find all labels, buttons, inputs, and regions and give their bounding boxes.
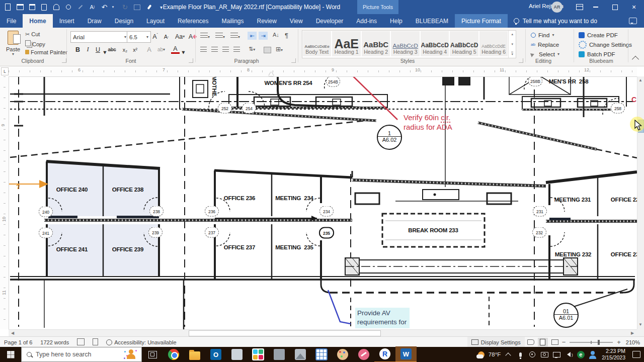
scroll-right-icon[interactable]: ▶ xyxy=(630,331,635,335)
taskbar-notes-app[interactable] xyxy=(226,347,248,362)
font-family-select[interactable]: Arial ▾ xyxy=(70,31,129,43)
taskbar-bluebeam[interactable]: R xyxy=(374,346,395,362)
numbering-button[interactable]: ▾ xyxy=(215,33,225,39)
bold-button[interactable]: B xyxy=(73,45,82,54)
styles-scroll-down-icon[interactable]: ▾ xyxy=(511,42,513,46)
cut-button[interactable]: ✂ Cut xyxy=(25,31,40,38)
avatar[interactable]: AR xyxy=(551,2,562,13)
justify-button[interactable] xyxy=(233,47,240,53)
font-color-button[interactable]: A xyxy=(171,45,180,54)
tray-settings[interactable] xyxy=(528,349,537,360)
close-button[interactable]: × xyxy=(624,0,644,14)
tab-mailings[interactable]: Mailings xyxy=(215,14,250,28)
style-heading-3[interactable]: AaBbCcD Heading 3 xyxy=(391,31,419,56)
tell-me-box[interactable]: Tell me what you want to do xyxy=(508,14,603,28)
search-highlights-icon[interactable] xyxy=(124,349,137,359)
weather-button[interactable]: 78°F xyxy=(478,349,501,360)
clipboard-dialog-launcher[interactable] xyxy=(62,58,66,63)
restore-button[interactable] xyxy=(605,0,625,14)
tab-references[interactable]: References xyxy=(171,14,215,28)
sort-button[interactable]: A↓ xyxy=(273,32,279,38)
tab-draw[interactable]: Draw xyxy=(81,14,108,28)
web-layout-button[interactable] xyxy=(550,338,560,346)
tray-display[interactable] xyxy=(552,349,561,360)
styles-scroll-up-icon[interactable]: ▴ xyxy=(511,32,513,36)
tab-selector[interactable]: L xyxy=(1,67,9,75)
style-heading-4[interactable]: AaBbCcD Heading 4 xyxy=(421,31,449,56)
select-button[interactable]: Select ▾ xyxy=(531,50,559,58)
style-heading-6[interactable]: AaBbCcDdE Heading 6 xyxy=(479,31,508,56)
tab-picture-format[interactable]: Picture Format xyxy=(455,14,508,28)
feedback-button[interactable] xyxy=(629,14,644,28)
styles-more-icon[interactable]: ▾ xyxy=(511,52,513,56)
grow-font-button[interactable]: Aˆ xyxy=(151,32,159,41)
text-effects-button[interactable]: A xyxy=(145,45,153,54)
zoom-out-icon[interactable]: − xyxy=(561,338,567,346)
style-heading-1[interactable]: AaE Heading 1 xyxy=(332,31,360,56)
horizontal-scroll-thumb[interactable] xyxy=(189,330,381,336)
font-color-caret-icon[interactable]: ▾ xyxy=(179,48,188,57)
action-center-button[interactable] xyxy=(632,349,641,360)
zoom-in-icon[interactable]: + xyxy=(616,338,622,346)
tray-volume[interactable]: ) xyxy=(564,349,573,360)
highlight-button[interactable]: ab▾ xyxy=(157,45,166,54)
collapse-ribbon-icon[interactable] xyxy=(632,56,639,63)
font-dialog-launcher[interactable] xyxy=(189,58,193,63)
tab-addins[interactable]: Add-ins xyxy=(350,14,383,28)
style-heading-2[interactable]: AaBbC Heading 2 xyxy=(362,31,390,56)
replace-button[interactable]: ab Replace xyxy=(531,40,559,49)
tab-view[interactable]: View xyxy=(283,14,309,28)
start-button[interactable] xyxy=(0,347,21,362)
line-spacing-button[interactable]: ⇅▾ xyxy=(249,46,255,52)
minimize-button[interactable] xyxy=(586,0,606,14)
taskbar-paint[interactable] xyxy=(332,347,353,362)
multilevel-list-button[interactable]: ▾ xyxy=(230,33,240,39)
tab-insert[interactable]: Insert xyxy=(53,14,81,28)
change-case-button[interactable]: Aa▾ xyxy=(175,32,185,41)
batch-pdf-button[interactable]: Batch PDF xyxy=(579,50,615,58)
align-center-button[interactable] xyxy=(211,47,218,53)
tab-design[interactable]: Design xyxy=(108,14,140,28)
styles-dialog-launcher[interactable] xyxy=(519,58,523,63)
tray-edge[interactable]: e xyxy=(576,349,585,360)
zoom-slider[interactable] xyxy=(570,342,613,343)
tab-developer[interactable]: Developer xyxy=(309,14,350,28)
taskbar-word-active[interactable]: W xyxy=(395,346,417,362)
vertical-scrollbar[interactable] xyxy=(637,76,644,329)
taskbar-file-explorer[interactable] xyxy=(184,347,205,362)
shading-button[interactable] xyxy=(264,47,271,53)
taskbar-photos[interactable] xyxy=(290,347,311,362)
font-size-select[interactable]: 6.5 ▾ xyxy=(127,31,151,43)
create-pdf-button[interactable]: Create PDF xyxy=(579,31,618,39)
style-heading-5[interactable]: AaBbCcD Heading 5 xyxy=(450,31,478,56)
tab-layout[interactable]: Layout xyxy=(140,14,171,28)
tray-microphone[interactable] xyxy=(516,349,525,360)
task-view-button[interactable] xyxy=(142,347,163,362)
superscript-button[interactable]: x² xyxy=(131,45,139,54)
increase-indent-button[interactable]: ⇥ xyxy=(259,32,268,40)
show-marks-button[interactable]: ¶ xyxy=(285,32,288,39)
shrink-font-button[interactable]: Aˇ xyxy=(162,32,171,41)
word-count[interactable]: 1722 words xyxy=(36,339,73,345)
find-button[interactable]: Find ▾ xyxy=(531,31,554,39)
tab-file[interactable]: File xyxy=(0,14,23,28)
zoom-slider-thumb[interactable] xyxy=(598,340,600,345)
paragraph-dialog-launcher[interactable] xyxy=(291,58,296,63)
strikethrough-button[interactable]: abc xyxy=(108,45,116,54)
decrease-indent-button[interactable]: ⇤ xyxy=(248,32,257,40)
clock[interactable]: 2:23 PM 2/15/2023 xyxy=(602,348,625,361)
tab-help[interactable]: Help xyxy=(383,14,409,28)
tab-review[interactable]: Review xyxy=(251,14,283,28)
change-settings-button[interactable]: Change Settings xyxy=(579,40,632,49)
subscript-button[interactable]: x₂ xyxy=(121,45,129,54)
tab-bluebeam[interactable]: BLUEBEAM xyxy=(409,14,455,28)
tray-expand-button[interactable] xyxy=(504,349,513,360)
tray-contact[interactable] xyxy=(588,349,597,360)
search-input[interactable]: Type here to search xyxy=(21,347,142,362)
proofing-icon[interactable] xyxy=(73,338,89,346)
horizontal-ruler[interactable] xyxy=(9,66,637,77)
print-layout-button[interactable] xyxy=(538,338,548,346)
page-indicator[interactable]: Page 1 of 6 xyxy=(0,339,36,345)
taskbar-pink-app[interactable] xyxy=(353,347,374,362)
indent-marker[interactable] xyxy=(269,72,274,76)
